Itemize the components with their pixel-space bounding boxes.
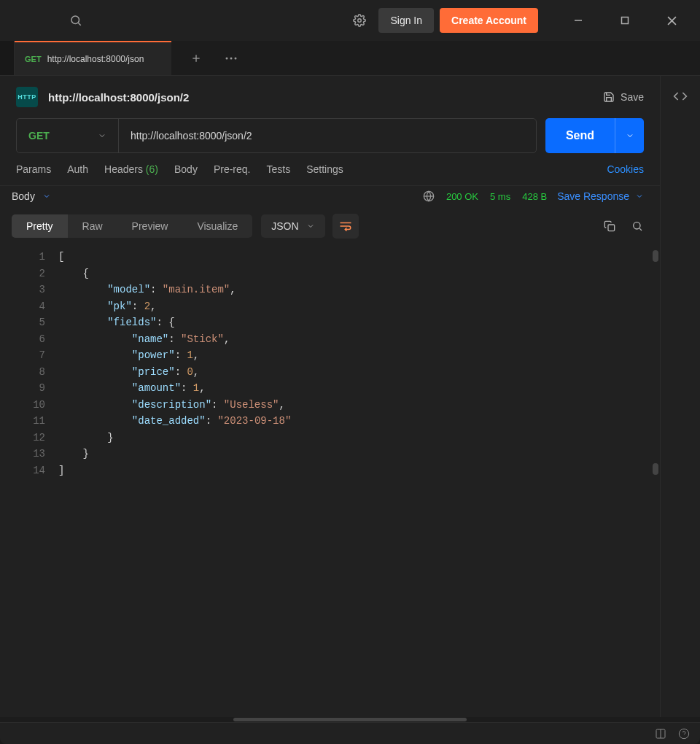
wrap-lines-icon[interactable] <box>332 214 359 239</box>
svg-point-16 <box>634 222 640 229</box>
tab-prereq[interactable]: Pre-req. <box>214 163 251 175</box>
format-label: JSON <box>271 220 298 232</box>
url-input[interactable] <box>119 119 536 152</box>
chevron-down-icon <box>42 192 51 201</box>
gear-icon[interactable] <box>346 7 373 34</box>
view-visualize[interactable]: Visualize <box>182 214 252 238</box>
method-select[interactable]: GET <box>17 119 119 152</box>
main-area: HTTP http://localhost:8000/json/2 Save G… <box>0 76 700 717</box>
chevron-down-icon <box>306 222 315 230</box>
more-icon[interactable] <box>221 48 241 69</box>
tab-bar: GET http://localhost:8000/json <box>0 41 700 76</box>
scrollbar-thumb[interactable] <box>653 250 658 262</box>
maximize-icon[interactable] <box>608 7 642 34</box>
close-icon[interactable] <box>655 7 688 34</box>
tab-headers-count: (6) <box>146 163 158 175</box>
globe-icon[interactable] <box>423 190 435 202</box>
view-raw[interactable]: Raw <box>68 214 117 238</box>
tab-tests[interactable]: Tests <box>266 163 290 175</box>
app-window: Sign In Create Account GET http://localh… <box>0 0 700 744</box>
code-block[interactable]: [ { "model": "main.item", "pk": 2, "fiel… <box>58 246 660 717</box>
http-badge-icon: HTTP <box>16 87 38 107</box>
tab-actions <box>171 41 241 75</box>
svg-point-10 <box>230 57 233 59</box>
svg-rect-4 <box>622 18 629 24</box>
svg-line-1 <box>78 23 80 25</box>
line-gutter: 1234567891011121314 <box>0 246 58 717</box>
minimize-icon[interactable] <box>561 7 595 34</box>
view-tabs: Pretty Raw Preview Visualize JSON <box>0 206 660 246</box>
svg-rect-15 <box>608 225 615 231</box>
save-response-button[interactable]: Save Response <box>557 190 644 202</box>
save-icon <box>603 91 615 103</box>
json-viewer[interactable]: 1234567891011121314 [ { "model": "main.i… <box>0 246 660 717</box>
window-controls <box>561 7 688 34</box>
tab-headers[interactable]: Headers (6) <box>104 163 158 175</box>
save-button[interactable]: Save <box>603 91 644 103</box>
save-response-label: Save Response <box>557 190 629 202</box>
search-response-icon[interactable] <box>626 215 648 237</box>
tab-body[interactable]: Body <box>174 163 198 175</box>
tab-auth[interactable]: Auth <box>67 163 88 175</box>
tab-headers-label: Headers <box>104 163 143 175</box>
svg-point-11 <box>235 57 237 59</box>
chevron-down-icon <box>635 192 644 201</box>
tab-method-badge: GET <box>25 55 42 63</box>
response-bar: Body 200 OK 5 ms 428 B Save Response <box>0 185 660 206</box>
request-tabs: Params Auth Headers (6) Body Pre-req. Te… <box>0 153 660 185</box>
response-section-dropdown[interactable]: Body <box>12 190 51 202</box>
view-mode-segment: Pretty Raw Preview Visualize <box>12 214 252 238</box>
content: HTTP http://localhost:8000/json/2 Save G… <box>0 76 660 717</box>
right-rail <box>660 76 700 717</box>
response-size: 428 B <box>522 191 547 202</box>
response-meta: 200 OK 5 ms 428 B <box>423 190 547 202</box>
url-row: GET Send <box>0 118 660 153</box>
format-dropdown[interactable]: JSON <box>261 214 324 238</box>
code-icon[interactable] <box>673 89 688 104</box>
sidebar-collapsed[interactable] <box>0 41 15 75</box>
help-icon[interactable] <box>678 728 690 740</box>
footer <box>0 722 700 744</box>
svg-line-17 <box>639 228 642 230</box>
response-time: 5 ms <box>490 191 510 202</box>
tab-params[interactable]: Params <box>16 163 51 175</box>
tab-title: http://localhost:8000/json <box>47 54 161 64</box>
titlebar: Sign In Create Account <box>0 0 700 41</box>
save-label: Save <box>621 91 644 103</box>
tab-request[interactable]: GET http://localhost:8000/json <box>15 41 171 75</box>
scrollbar-thumb[interactable] <box>653 463 658 475</box>
plus-icon[interactable] <box>186 48 206 69</box>
svg-point-2 <box>358 19 362 23</box>
view-pretty[interactable]: Pretty <box>12 214 68 238</box>
tab-settings[interactable]: Settings <box>306 163 343 175</box>
svg-point-9 <box>226 57 228 59</box>
status-code: 200 OK <box>446 191 478 202</box>
horizontal-scrollbar[interactable] <box>0 717 700 722</box>
method-select-label: GET <box>28 130 50 142</box>
create-account-button[interactable]: Create Account <box>440 8 538 33</box>
response-section-label: Body <box>12 190 35 202</box>
view-preview[interactable]: Preview <box>117 214 183 238</box>
request-header: HTTP http://localhost:8000/json/2 Save <box>0 76 660 118</box>
svg-point-0 <box>71 16 79 24</box>
signin-button[interactable]: Sign In <box>378 8 434 33</box>
url-group: GET <box>16 118 537 153</box>
panel-icon[interactable] <box>655 728 666 740</box>
send-group: Send <box>545 118 644 153</box>
copy-icon[interactable] <box>599 215 621 237</box>
svg-point-20 <box>679 729 688 738</box>
search-icon[interactable] <box>63 7 89 34</box>
send-button[interactable]: Send <box>545 118 615 153</box>
request-title: http://localhost:8000/json/2 <box>48 91 189 104</box>
send-dropdown[interactable] <box>615 118 644 153</box>
cookies-link[interactable]: Cookies <box>607 163 644 175</box>
chevron-down-icon <box>98 131 106 140</box>
